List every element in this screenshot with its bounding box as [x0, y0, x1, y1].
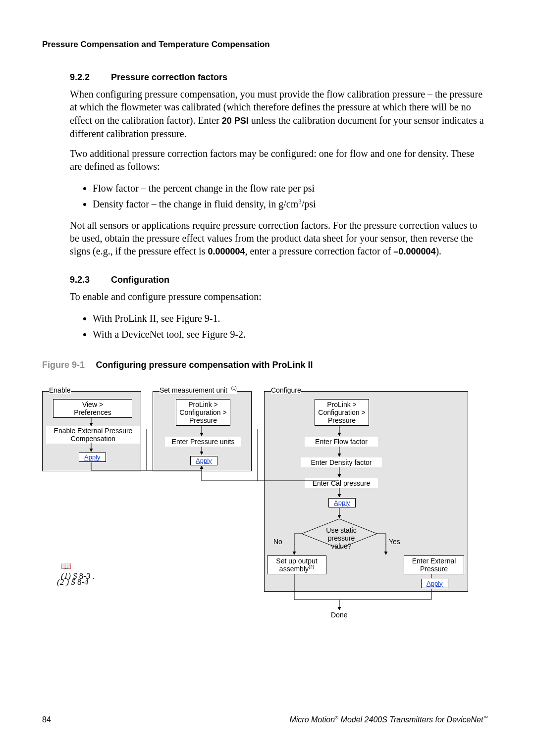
sectitle-922: Pressure correction factors — [111, 72, 227, 82]
flowchart: Enable Set measurement unit (1) Configur… — [42, 379, 488, 627]
figure-label: Figure 9-1 — [42, 360, 85, 370]
flowchart-lines — [42, 379, 488, 627]
list-923: With ProLink II, see Figure 9-1. With a … — [70, 310, 488, 342]
li-flow-factor: Flow factor – the percent change in the … — [93, 180, 488, 196]
secnum-923: 9.2.3 — [70, 275, 108, 285]
p-922-1: When configuring pressure compensation, … — [70, 88, 488, 140]
li-prolink: With ProLink II, see Figure 9-1. — [93, 310, 488, 326]
list-922: Flow factor – the percent change in the … — [70, 180, 488, 212]
heading-922: 9.2.2 Pressure correction factors — [70, 72, 488, 83]
effect-value: 0.000004 — [208, 247, 245, 256]
figure-title: Configuring pressure compensation with P… — [96, 360, 313, 370]
correction-value: –0.000004 — [393, 247, 435, 256]
p-922-3: Not all sensors or applications require … — [70, 219, 488, 258]
heading-923: 9.2.3 Configuration — [70, 275, 488, 285]
p-922-2: Two additional pressure correction facto… — [70, 147, 488, 173]
psi-value: 20 PSI — [222, 116, 249, 126]
page-footer: 84 Micro Motion® Model 2400S Transmitter… — [42, 715, 488, 724]
p-923-1: To enable and configure pressure compens… — [70, 290, 488, 303]
page-number: 84 — [42, 715, 51, 724]
svg-marker-16 — [302, 519, 377, 549]
figure-caption: Figure 9-1 Configuring pressure compensa… — [42, 360, 488, 370]
sectitle-923: Configuration — [111, 275, 169, 285]
running-head: Pressure Compensation and Temperature Co… — [42, 40, 488, 50]
li-devicenet: With a DeviceNet tool, see Figure 9-2. — [93, 326, 488, 342]
li-density-factor: Density factor – the change in fluid den… — [93, 196, 488, 212]
product-line: Micro Motion® Model 2400S Transmitters f… — [289, 715, 488, 724]
secnum-922: 9.2.2 — [70, 72, 108, 83]
